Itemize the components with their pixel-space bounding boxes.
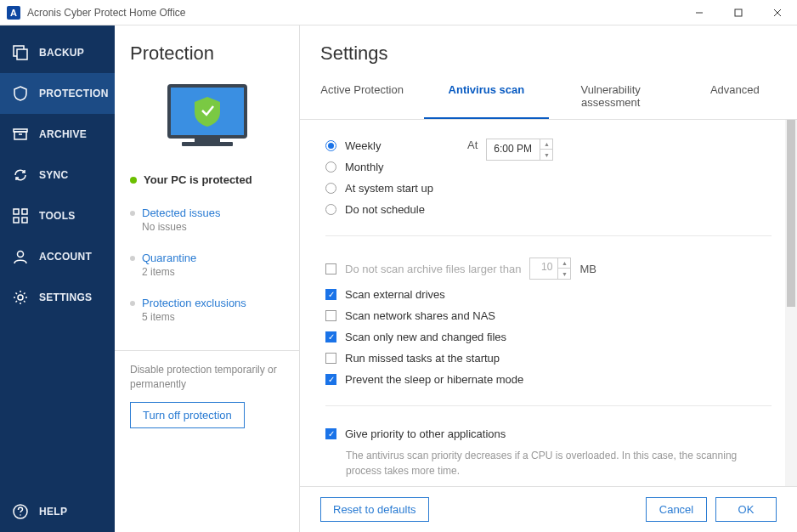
radio-icon	[325, 183, 336, 194]
tab-advanced[interactable]: Advanced	[673, 75, 797, 119]
check-label: Prevent the sleep or hibernate mode	[345, 373, 523, 386]
protection-status: Your PC is protected	[144, 173, 252, 186]
quarantine-count: 2 items	[142, 266, 284, 278]
spinner-up-icon[interactable]: ▲	[540, 139, 552, 150]
sidebar-item-label: BACKUP	[39, 47, 84, 59]
archive-unit: MB	[579, 263, 596, 275]
sidebar-item-backup[interactable]: BACKUP	[0, 32, 115, 73]
radio-label: Do not schedule	[345, 203, 425, 216]
settings-footer: Reset to defaults Cancel OK	[300, 486, 797, 532]
svg-rect-10	[22, 209, 27, 214]
svg-rect-19	[182, 142, 233, 146]
maximize-button[interactable]	[719, 0, 758, 25]
check-network-shares[interactable]: Scan network shares and NAS	[325, 305, 772, 326]
check-give-priority[interactable]: Give priority to other applications	[325, 423, 772, 444]
protection-panel: Protection Your PC is protected Detected…	[115, 25, 300, 532]
check-only-new[interactable]: Scan only new and changed files	[325, 326, 772, 348]
exclusions-link[interactable]: Protection exclusions	[142, 297, 284, 309]
tab-antivirus-scan[interactable]: Antivirus scan	[424, 75, 548, 119]
sidebar: BACKUP PROTECTION ARCHIVE SYNC TOOLS	[0, 25, 115, 532]
svg-point-13	[18, 252, 24, 258]
radio-no-schedule[interactable]: Do not schedule	[325, 199, 433, 220]
sidebar-item-label: TOOLS	[39, 210, 76, 222]
titlebar: A Acronis Cyber Protect Home Office	[0, 0, 797, 25]
priority-hint: The antivirus scan priority decreases if…	[346, 448, 772, 478]
spinner-down-icon[interactable]: ▼	[558, 269, 570, 279]
check-external-drives[interactable]: Scan external drives	[325, 284, 772, 305]
check-label: Scan only new and changed files	[345, 331, 506, 343]
disable-note: Disable protection temporarily or perman…	[130, 363, 284, 392]
radio-label: Monthly	[345, 161, 384, 173]
quarantine-link[interactable]: Quarantine	[142, 252, 284, 264]
sidebar-item-archive[interactable]: ARCHIVE	[0, 114, 115, 155]
check-label: Run missed tasks at the startup	[345, 352, 500, 365]
checkbox-icon	[325, 374, 336, 385]
svg-rect-7	[14, 132, 26, 139]
sync-icon	[12, 167, 29, 184]
sidebar-item-help[interactable]: HELP	[0, 491, 115, 532]
svg-rect-18	[195, 137, 220, 142]
cancel-button[interactable]: Cancel	[646, 497, 707, 522]
svg-point-16	[20, 514, 21, 516]
minimize-button[interactable]	[680, 0, 719, 25]
detected-issues-link[interactable]: Detected issues	[142, 207, 284, 219]
checkbox-icon	[325, 353, 336, 364]
scrollbar[interactable]	[785, 120, 797, 486]
svg-rect-12	[22, 218, 27, 223]
tools-icon	[12, 207, 29, 224]
sidebar-item-label: PROTECTION	[39, 88, 109, 99]
reset-defaults-button[interactable]: Reset to defaults	[320, 497, 429, 522]
sidebar-item-label: HELP	[39, 506, 67, 518]
check-label: Give priority to other applications	[345, 427, 506, 440]
spinner-down-icon[interactable]: ▼	[540, 150, 552, 160]
radio-icon	[325, 140, 336, 151]
time-input[interactable]: 6:00 PM	[486, 139, 540, 161]
archive-size-spinner[interactable]: ▲ ▼	[558, 258, 571, 280]
detected-issues-count: No issues	[142, 221, 284, 233]
archive-size-input[interactable]: 10	[529, 258, 558, 280]
check-prevent-sleep[interactable]: Prevent the sleep or hibernate mode	[325, 369, 772, 390]
radio-weekly[interactable]: Weekly	[325, 135, 433, 156]
sidebar-item-tools[interactable]: TOOLS	[0, 195, 115, 236]
radio-monthly[interactable]: Monthly	[325, 156, 433, 178]
help-icon	[12, 503, 29, 520]
close-button[interactable]	[758, 0, 797, 25]
backup-icon	[12, 44, 29, 61]
monitor-illustration	[161, 82, 254, 158]
svg-point-14	[18, 295, 23, 300]
radio-label: At system start up	[345, 182, 433, 195]
check-label: Scan network shares and NAS	[345, 309, 495, 322]
shield-icon	[12, 85, 29, 102]
archive-icon	[12, 126, 29, 143]
sidebar-item-label: ACCOUNT	[39, 251, 92, 263]
radio-startup[interactable]: At system start up	[325, 178, 433, 199]
settings-tabs: Active Protection Antivirus scan Vulnera…	[300, 75, 797, 120]
exclusions-count: 5 items	[142, 311, 284, 323]
sidebar-item-sync[interactable]: SYNC	[0, 155, 115, 195]
sidebar-item-protection[interactable]: PROTECTION	[0, 73, 115, 114]
sidebar-item-account[interactable]: ACCOUNT	[0, 236, 115, 277]
checkbox-icon	[325, 263, 336, 274]
sidebar-item-settings[interactable]: SETTINGS	[0, 277, 115, 318]
check-missed-tasks[interactable]: Run missed tasks at the startup	[325, 348, 772, 369]
checkbox-icon	[325, 289, 336, 300]
spinner-up-icon[interactable]: ▲	[558, 258, 570, 269]
checkbox-icon	[325, 331, 336, 342]
account-icon	[12, 248, 29, 265]
check-archive-size[interactable]: Do not scan archive files larger than 10…	[325, 253, 772, 284]
checkbox-icon	[325, 310, 336, 321]
svg-rect-9	[14, 209, 19, 214]
time-spinner[interactable]: ▲ ▼	[540, 139, 553, 161]
window-title: Acronis Cyber Protect Home Office	[27, 7, 186, 19]
turn-off-protection-button[interactable]: Turn off protection	[130, 402, 245, 428]
settings-panel: Settings Active Protection Antivirus sca…	[300, 25, 797, 532]
checkbox-icon	[325, 428, 336, 439]
svg-rect-1	[735, 9, 742, 16]
sidebar-item-label: SETTINGS	[39, 291, 92, 303]
tab-active-protection[interactable]: Active Protection	[300, 75, 424, 119]
settings-heading: Settings	[320, 42, 777, 65]
radio-icon	[325, 161, 336, 173]
ok-button[interactable]: OK	[715, 497, 777, 522]
svg-rect-5	[17, 49, 27, 59]
tab-vulnerability[interactable]: Vulnerability assessment	[549, 75, 673, 119]
